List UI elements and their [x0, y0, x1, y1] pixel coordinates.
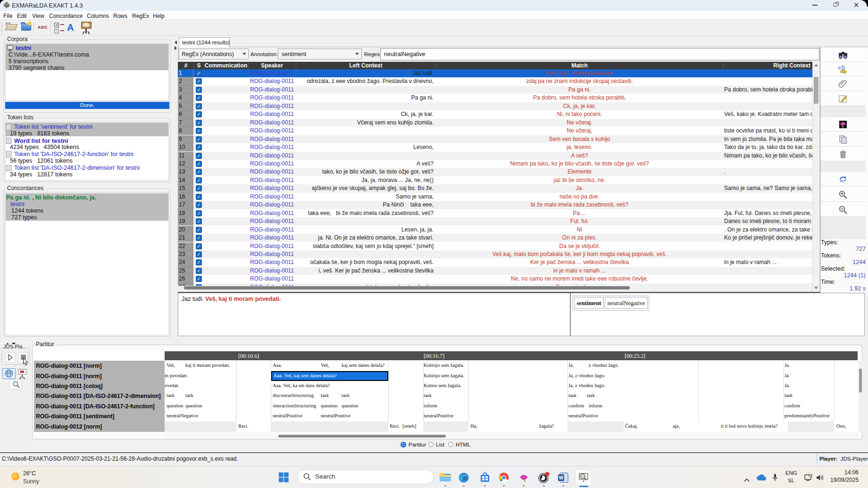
svg-text:+: +	[841, 191, 843, 196]
svg-text:−: −	[841, 207, 843, 211]
svg-text:W: W	[559, 475, 564, 480]
